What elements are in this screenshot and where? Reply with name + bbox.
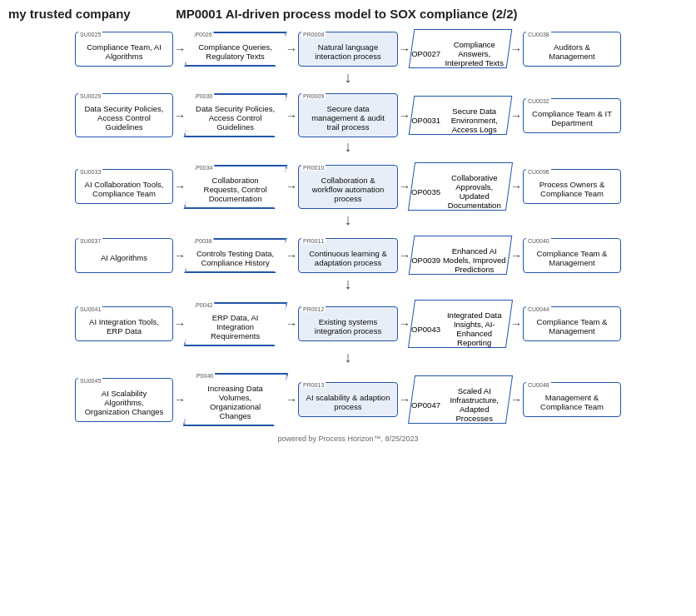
- arrow-ip-pr: →: [286, 43, 297, 55]
- down-arrow: ↓: [345, 139, 352, 154]
- row-group-3: SU0033AI Collaboration Tools, Compliance…: [8, 162, 688, 229]
- down-arrow: ↓: [345, 212, 352, 227]
- process-box: PR0008Natural language interaction proce…: [298, 32, 398, 67]
- output-box: OP0031Secure Data Environment, Access Lo…: [409, 96, 513, 135]
- su-text: AI Collaboration Tools, Compliance Team: [82, 180, 166, 198]
- arrow-op-cu: →: [510, 43, 522, 55]
- page: my trusted company MP0001 AI-driven proc…: [0, 0, 696, 450]
- process-row-5: SU0041AI Integration Tools, ERP Data→IP0…: [75, 300, 621, 348]
- cu-badge: CU0048: [526, 382, 551, 388]
- input-box: IP0038Controls Testing Data, Compliance …: [184, 238, 287, 273]
- footer: powered by Process Horizon™, 8/25/2023: [8, 435, 688, 443]
- ip-badge: IP0042: [192, 302, 214, 308]
- pr-badge: PR0012: [301, 306, 326, 312]
- input-box: IP0046Increasing Data Volumes, Organizat…: [183, 373, 289, 426]
- su-badge: SU0041: [78, 306, 102, 312]
- process-row-1: SU0025Compliance Team, AI Algorithms→IP0…: [75, 29, 621, 68]
- ip-badge: IP0046: [193, 373, 215, 379]
- op-text: Enhanced AI Models, Improved Predictions: [440, 246, 508, 274]
- su-text: Data Security Policies, Access Control G…: [82, 104, 166, 132]
- su-badge: SU0025: [78, 32, 102, 37]
- arrow-su-ip: →: [174, 43, 186, 55]
- su-badge: SU0045: [78, 378, 102, 384]
- pr-text: AI scalability & adaption process: [306, 393, 390, 411]
- row-group-1: SU0025Compliance Team, AI Algorithms→IP0…: [8, 29, 688, 87]
- supplier-box: SU0045AI Scalability Algorithms, Organiz…: [75, 378, 173, 422]
- arrow-pr-op: →: [399, 250, 410, 261]
- arrow-op-cu: →: [510, 181, 522, 192]
- arrow-su-ip: →: [174, 250, 186, 261]
- output-box: OP0027Compliance Answers, Interpreted Te…: [409, 29, 513, 68]
- op-badge: OP0043: [411, 325, 440, 334]
- cu-badge: CU0032: [526, 98, 551, 104]
- model-title: MP0001 AI-driven process model to SOX co…: [131, 7, 563, 21]
- process-row-4: SU0037AI Algorithms→IP0038Controls Testi…: [75, 236, 621, 275]
- pr-badge: PR0009: [301, 93, 326, 99]
- ip-text: ERP Data, AI Integration Requirements: [194, 313, 277, 340]
- pr-text: Secure data management & audit trail pro…: [306, 104, 390, 132]
- cu-text: Management & Compliance Team: [530, 393, 614, 411]
- process-box: PR0011Continuous learning & adaptation p…: [298, 238, 398, 273]
- process-row-3: SU0033AI Collaboration Tools, Compliance…: [75, 162, 621, 211]
- op-text: Scaled AI Infrastructure, Adapted Proces…: [440, 386, 508, 423]
- customer-box: CU0032Compliance Team & IT Department: [523, 98, 621, 133]
- pr-text: Continuous learning & adaptation process: [306, 249, 390, 267]
- arrow-op-cu: →: [510, 250, 522, 261]
- op-text: Integrated Data Insights, AI-Enhanced Re…: [440, 310, 508, 347]
- cu-text: Process Owners & Compliance Team: [530, 180, 614, 198]
- pr-badge: PR0008: [301, 32, 326, 37]
- op-badge: OP0031: [411, 116, 440, 125]
- ip-badge: IP0026: [191, 32, 213, 37]
- ip-text: Compliance Queries, Regulatory Texts: [194, 42, 277, 61]
- down-arrow: ↓: [345, 350, 352, 365]
- supplier-box: SU0037AI Algorithms: [75, 238, 173, 273]
- process-box: PR0013AI scalability & adaption process: [298, 382, 398, 417]
- header: my trusted company MP0001 AI-driven proc…: [8, 7, 688, 21]
- output-box: OP0035Collaborative Approvals, Updated D…: [408, 162, 513, 211]
- row-group-2: SU0029Data Security Policies, Access Con…: [8, 93, 688, 156]
- customer-box: CU0048Management & Compliance Team: [523, 382, 621, 417]
- arrow-ip-pr: →: [286, 110, 297, 122]
- supplier-box: SU0029Data Security Policies, Access Con…: [75, 93, 173, 137]
- arrow-pr-op: →: [399, 181, 410, 192]
- input-box: IP0030Data Security Policies, Access Con…: [183, 93, 287, 137]
- pr-badge: PR0010: [301, 165, 326, 171]
- input-box: IP0026Compliance Queries, Regulatory Tex…: [184, 32, 287, 67]
- op-text: Secure Data Environment, Access Logs: [440, 107, 508, 134]
- customer-box: CU0038Auditors & Management: [523, 32, 621, 67]
- process-row-6: SU0045AI Scalability Algorithms, Organiz…: [75, 373, 621, 426]
- su-text: Compliance Team, AI Algorithms: [82, 42, 166, 61]
- arrow-su-ip: →: [174, 181, 186, 192]
- arrow-pr-op: →: [399, 394, 410, 405]
- process-box: PR0010Collaboration & workflow automatio…: [298, 165, 398, 209]
- cu-text: Compliance Team & IT Department: [530, 109, 614, 127]
- cu-badge: CU0040: [526, 238, 551, 244]
- pr-badge: PR0013: [301, 382, 326, 388]
- pr-text: Collaboration & workflow automation proc…: [306, 176, 390, 203]
- arrow-pr-op: →: [399, 318, 410, 330]
- cu-text: Compliance Team & Management: [530, 249, 614, 267]
- ip-text: Increasing Data Volumes, Organizational …: [194, 384, 277, 420]
- arrow-pr-op: →: [399, 43, 410, 55]
- process-rows: SU0025Compliance Team, AI Algorithms→IP0…: [8, 29, 688, 426]
- pr-badge: PR0011: [301, 238, 326, 244]
- arrow-pr-op: →: [399, 110, 410, 122]
- ip-text: Data Security Policies, Access Control G…: [194, 104, 277, 132]
- su-text: AI Algorithms: [101, 253, 147, 262]
- arrow-op-cu: →: [510, 394, 522, 405]
- output-box: OP0039Enhanced AI Models, Improved Predi…: [409, 236, 513, 275]
- su-text: AI Integration Tools, ERP Data: [82, 317, 166, 335]
- cu-text: Compliance Team & Management: [530, 317, 614, 335]
- su-text: AI Scalability Algorithms, Organization …: [82, 389, 166, 416]
- input-box: IP0034Collaboration Requests, Control Do…: [183, 165, 287, 209]
- arrow-ip-pr: →: [286, 318, 297, 330]
- supplier-box: SU0033AI Collaboration Tools, Compliance…: [75, 169, 173, 204]
- supplier-box: SU0025Compliance Team, AI Algorithms: [75, 32, 173, 67]
- su-badge: SU0029: [78, 93, 102, 99]
- output-box: OP0047Scaled AI Infrastructure, Adapted …: [408, 375, 513, 424]
- supplier-box: SU0041AI Integration Tools, ERP Data: [75, 306, 173, 341]
- down-arrow: ↓: [345, 70, 352, 85]
- customer-box: CU0096Process Owners & Compliance Team: [523, 169, 621, 204]
- op-badge: OP0047: [411, 400, 440, 410]
- cu-badge: CU0044: [526, 306, 551, 312]
